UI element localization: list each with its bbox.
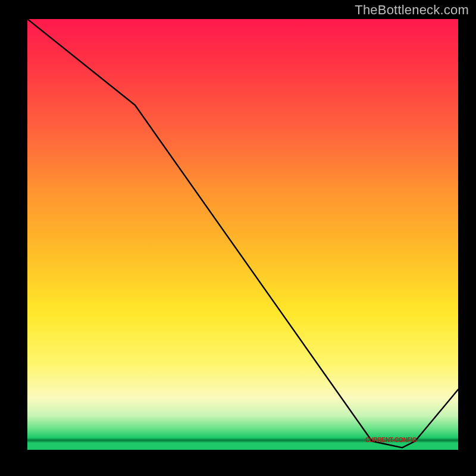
current-config-annotation: CURRENT-CONFIG bbox=[365, 437, 416, 443]
chart-frame: CURRENT-CONFIG TheBottleneck.com bbox=[0, 0, 476, 476]
plot-border: CURRENT-CONFIG bbox=[23, 14, 463, 455]
plot-area: CURRENT-CONFIG bbox=[27, 19, 458, 450]
line-svg bbox=[27, 19, 458, 450]
bottleneck-line bbox=[27, 19, 458, 447]
